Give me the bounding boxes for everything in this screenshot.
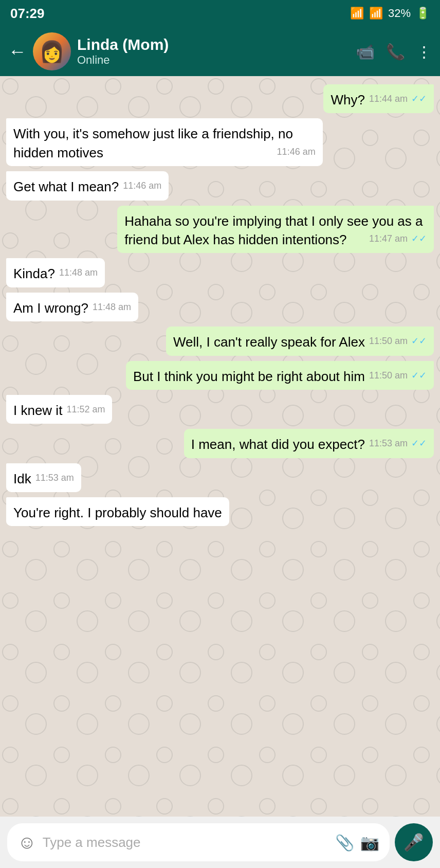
list-item: Well, I can't really speak for Alex 11:5…: [6, 327, 434, 355]
list-item: I knew it 11:52 am: [6, 395, 434, 424]
message-time: 11:52 am: [66, 403, 105, 416]
message-time: 11:46 am: [123, 179, 161, 192]
list-item: But I think you might be right about him…: [6, 361, 434, 390]
list-item: You're right. I probably should have: [6, 497, 434, 526]
message-text: Well, I can't really speak for Alex: [173, 334, 365, 350]
list-item: Kinda? 11:48 am: [6, 258, 434, 287]
message-bubble: With you, it's somehow just like a frien…: [6, 118, 323, 166]
message-time: 11:44 am ✓✓: [369, 93, 427, 105]
emoji-icon[interactable]: ☺: [17, 831, 36, 853]
message-text: But I think you might be right about him: [133, 369, 365, 384]
message-ticks: ✓✓: [411, 233, 427, 244]
list-item: I mean, what did you expect? 11:53 am ✓✓: [6, 429, 434, 458]
message-time: 11:46 am: [277, 146, 316, 158]
more-options-icon[interactable]: ⋮: [416, 43, 432, 61]
message-text: Kinda?: [13, 266, 55, 281]
message-bubble: Idk 11:53 am: [6, 463, 81, 492]
header-actions: 📹 📞 ⋮: [356, 43, 432, 61]
message-ticks: ✓✓: [411, 336, 427, 346]
message-bubble: Well, I can't really speak for Alex 11:5…: [166, 327, 434, 355]
message-text: Why?: [331, 92, 364, 107]
list-item: Idk 11:53 am: [6, 463, 434, 492]
message-bubble: Am I wrong? 11:48 am: [6, 293, 138, 321]
message-bubble: Hahaha so you're implying that I only se…: [117, 206, 434, 254]
message-time: 11:50 am ✓✓: [369, 335, 427, 348]
mic-icon: 🎤: [404, 833, 424, 852]
status-time: 07:29: [10, 6, 45, 22]
message-text: With you, it's somehow just like a frien…: [13, 126, 293, 160]
message-bubble: Why? 11:44 am ✓✓: [323, 84, 434, 113]
message-time: 11:47 am ✓✓: [369, 232, 427, 245]
input-bar: ☺ Type a message 📎 📷 🎤: [0, 817, 440, 868]
contact-status: Online: [77, 53, 350, 67]
battery-icon: 🔋: [416, 7, 430, 20]
list-item: Get what I mean? 11:46 am: [6, 171, 434, 200]
message-bubble: Kinda? 11:48 am: [6, 258, 105, 287]
message-bubble: I mean, what did you expect? 11:53 am ✓✓: [184, 429, 434, 458]
contact-info: Linda (Mom) Online: [77, 36, 350, 67]
message-bubble: But I think you might be right about him…: [126, 361, 434, 390]
message-bubble: I knew it 11:52 am: [6, 395, 112, 424]
status-bar: 07:29 📶 📶 32% 🔋: [0, 0, 440, 27]
list-item: Why? 11:44 am ✓✓: [6, 84, 434, 113]
message-bubble: You're right. I probably should have: [6, 497, 229, 526]
message-text: You're right. I probably should have: [13, 505, 222, 520]
message-text: I mean, what did you expect?: [191, 437, 365, 452]
message-time: 11:53 am: [35, 472, 74, 484]
attach-icon[interactable]: 📎: [335, 834, 354, 852]
message-time: 11:53 am ✓✓: [369, 437, 427, 450]
mic-button[interactable]: 🎤: [395, 823, 433, 861]
message-bubble: Get what I mean? 11:46 am: [6, 171, 169, 200]
message-ticks: ✓✓: [411, 370, 427, 381]
message-text: Get what I mean?: [13, 179, 119, 194]
battery-indicator: 32%: [388, 7, 411, 20]
message-text: Idk: [13, 471, 31, 486]
camera-icon[interactable]: 📷: [360, 834, 379, 852]
message-time: 11:48 am: [59, 266, 98, 279]
wifi-icon: 📶: [350, 7, 364, 20]
voice-call-icon[interactable]: 📞: [386, 43, 405, 61]
message-placeholder: Type a message: [43, 835, 329, 851]
signal-icon: 📶: [369, 7, 383, 20]
back-button[interactable]: ←: [8, 42, 27, 61]
contact-name: Linda (Mom): [77, 36, 350, 53]
status-icons: 📶 📶 32% 🔋: [350, 7, 430, 20]
message-time: 11:48 am: [93, 301, 131, 314]
message-text: Am I wrong?: [13, 300, 88, 316]
message-text: I knew it: [13, 403, 62, 418]
video-call-icon[interactable]: 📹: [356, 43, 375, 61]
list-item: Hahaha so you're implying that I only se…: [6, 206, 434, 254]
message-time: 11:50 am ✓✓: [369, 369, 427, 382]
message-input-field[interactable]: ☺ Type a message 📎 📷: [7, 823, 390, 861]
avatar-image: 👩: [33, 32, 71, 70]
list-item: With you, it's somehow just like a frien…: [6, 118, 434, 166]
message-ticks: ✓✓: [411, 94, 427, 104]
chat-header: ← 👩 Linda (Mom) Online 📹 📞 ⋮: [0, 27, 440, 76]
message-ticks: ✓✓: [411, 438, 427, 448]
chat-area: Why? 11:44 am ✓✓ With you, it's somehow …: [0, 76, 440, 817]
list-item: Am I wrong? 11:48 am: [6, 293, 434, 321]
avatar: 👩: [33, 32, 71, 70]
